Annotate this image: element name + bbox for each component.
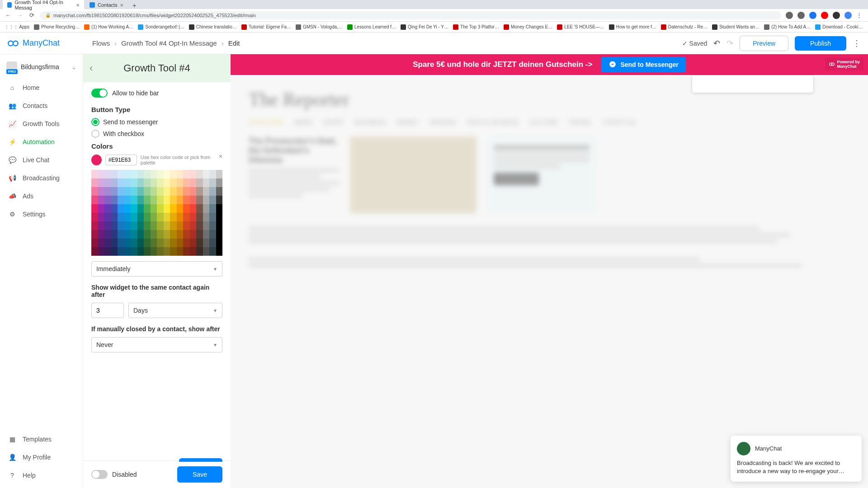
palette-cell[interactable] <box>118 239 124 247</box>
palette-cell[interactable] <box>216 230 223 239</box>
bookmark-item[interactable]: Tutorial: Eigene Fa… <box>241 24 291 30</box>
palette-cell[interactable] <box>190 247 197 256</box>
palette-cell[interactable] <box>131 196 137 204</box>
palette-cell[interactable] <box>164 230 170 239</box>
palette-cell[interactable] <box>170 221 177 230</box>
palette-cell[interactable] <box>190 187 197 196</box>
palette-cell[interactable] <box>137 170 144 178</box>
palette-cell[interactable] <box>170 196 177 204</box>
palette-cell[interactable] <box>137 178 144 187</box>
sidebar-item-live-chat[interactable]: 💬Live Chat <box>0 151 83 169</box>
palette-cell[interactable] <box>183 170 190 178</box>
bookmark-item[interactable]: Qing Fei De Yi - Y… <box>401 24 448 30</box>
palette-cell[interactable] <box>144 178 151 187</box>
palette-cell[interactable] <box>91 221 98 230</box>
palette-cell[interactable] <box>104 204 111 213</box>
ext-icon[interactable] <box>786 12 793 19</box>
bookmark-item[interactable]: How to get more f… <box>609 24 656 30</box>
bookmark-item[interactable]: Lessons Learned f… <box>347 24 396 30</box>
publish-button[interactable]: Publish <box>795 36 846 51</box>
palette-cell[interactable] <box>124 247 131 256</box>
palette-cell[interactable] <box>104 247 111 256</box>
color-swatch[interactable] <box>91 155 102 165</box>
palette-cell[interactable] <box>170 247 177 256</box>
browser-tab[interactable]: Growth Tool #4 Opt-In Messag× <box>3 0 84 12</box>
palette-cell[interactable] <box>118 247 124 256</box>
palette-cell[interactable] <box>151 247 157 256</box>
palette-cell[interactable] <box>216 247 223 256</box>
palette-cell[interactable] <box>183 230 190 239</box>
send-to-messenger-button[interactable]: Send to Messenger <box>601 57 685 72</box>
palette-cell[interactable] <box>177 204 184 213</box>
palette-cell[interactable] <box>144 170 151 178</box>
palette-cell[interactable] <box>196 178 203 187</box>
palette-cell[interactable] <box>164 204 170 213</box>
bookmark-item[interactable]: Money Changes E… <box>504 24 552 30</box>
palette-cell[interactable] <box>170 170 177 178</box>
palette-cell[interactable] <box>104 196 111 204</box>
palette-cell[interactable] <box>124 221 131 230</box>
sidebar-item-automation[interactable]: ⚡Automation <box>0 133 83 151</box>
palette-cell[interactable] <box>98 170 105 178</box>
palette-cell[interactable] <box>177 170 184 178</box>
palette-cell[interactable] <box>144 187 151 196</box>
palette-cell[interactable] <box>151 187 157 196</box>
palette-cell[interactable] <box>131 230 137 239</box>
notification-toast[interactable]: ManyChat Broadcasting is back! We are ex… <box>731 436 862 482</box>
palette-cell[interactable] <box>144 239 151 247</box>
palette-cell[interactable] <box>209 204 216 213</box>
palette-cell[interactable] <box>111 204 118 213</box>
palette-cell[interactable] <box>177 221 184 230</box>
palette-cell[interactable] <box>151 221 157 230</box>
palette-cell[interactable] <box>151 213 157 221</box>
logo[interactable]: ManyChat <box>7 38 83 49</box>
palette-cell[interactable] <box>118 221 124 230</box>
palette-cell[interactable] <box>111 221 118 230</box>
palette-cell[interactable] <box>124 178 131 187</box>
hex-input[interactable] <box>105 155 137 165</box>
palette-cell[interactable] <box>170 178 177 187</box>
palette-cell[interactable] <box>209 213 216 221</box>
palette-cell[interactable] <box>216 221 223 230</box>
palette-cell[interactable] <box>137 213 144 221</box>
palette-cell[interactable] <box>137 239 144 247</box>
palette-cell[interactable] <box>183 239 190 247</box>
palette-cell[interactable] <box>111 230 118 239</box>
palette-cell[interactable] <box>91 213 98 221</box>
palette-cell[interactable] <box>157 230 164 239</box>
palette-cell[interactable] <box>190 239 197 247</box>
palette-cell[interactable] <box>183 221 190 230</box>
palette-cell[interactable] <box>111 239 118 247</box>
palette-cell[interactable] <box>190 178 197 187</box>
forward-icon[interactable]: → <box>16 12 24 19</box>
palette-cell[interactable] <box>216 178 223 187</box>
palette-cell[interactable] <box>131 213 137 221</box>
bookmark-item[interactable]: Phone Recycling… <box>34 24 80 30</box>
palette-cell[interactable] <box>164 213 170 221</box>
palette-cell[interactable] <box>118 230 124 239</box>
palette-cell[interactable] <box>164 196 170 204</box>
palette-cell[interactable] <box>137 187 144 196</box>
closed-select[interactable]: Never ▼ <box>91 337 222 352</box>
bookmark-item[interactable]: GMSN - Vologda,… <box>296 24 343 30</box>
palette-cell[interactable] <box>91 239 98 247</box>
palette-cell[interactable] <box>104 239 111 247</box>
palette-cell[interactable] <box>104 170 111 178</box>
palette-cell[interactable] <box>196 204 203 213</box>
disabled-toggle[interactable] <box>91 470 108 479</box>
sidebar-item-my-profile[interactable]: 👤My Profile <box>0 448 83 466</box>
sidebar-item-growth-tools[interactable]: 📈Growth Tools <box>0 115 83 133</box>
org-switcher[interactable]: PRO Bildungsfirma ⌄ <box>0 58 83 79</box>
sidebar-item-settings[interactable]: ⚙Settings <box>0 205 83 223</box>
palette-cell[interactable] <box>98 239 105 247</box>
palette-cell[interactable] <box>131 221 137 230</box>
palette-cell[interactable] <box>196 187 203 196</box>
palette-cell[interactable] <box>131 187 137 196</box>
palette-cell[interactable] <box>203 196 210 204</box>
palette-cell[interactable] <box>157 187 164 196</box>
palette-cell[interactable] <box>151 170 157 178</box>
palette-cell[interactable] <box>203 204 210 213</box>
browser-tab[interactable]: Contacts× <box>85 0 128 10</box>
palette-cell[interactable] <box>209 230 216 239</box>
palette-cell[interactable] <box>91 178 98 187</box>
